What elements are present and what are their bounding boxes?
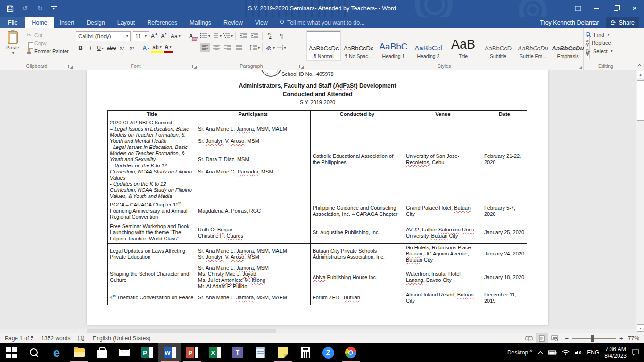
superscript-button[interactable]: x2 bbox=[127, 43, 136, 53]
table-cell[interactable]: Philippine Guidance and Counseling Assoc… bbox=[311, 200, 404, 222]
line-spacing-button[interactable]: ▾ bbox=[249, 43, 260, 52]
show-hide-marks-button[interactable]: ¶ bbox=[276, 31, 287, 41]
zoom-out-icon[interactable]: − bbox=[565, 335, 569, 342]
desktop-toolbar[interactable]: Desktop» bbox=[507, 349, 532, 356]
table-cell[interactable]: January 18, 2020 bbox=[482, 264, 527, 290]
style-emphasis[interactable]: AaBbCcDuEmphasis bbox=[551, 31, 585, 60]
minimize-button[interactable] bbox=[587, 0, 606, 17]
style-subtle-em-[interactable]: AaBbCcDuSubtle Em... bbox=[516, 31, 550, 60]
table-cell[interactable]: February 5-7, 2020 bbox=[482, 200, 527, 222]
taskbar-word-icon[interactable]: W bbox=[158, 343, 181, 362]
table-cell[interactable]: Abiva Publishing House Inc. bbox=[311, 264, 404, 290]
tab-view[interactable]: View bbox=[249, 17, 274, 28]
table-cell[interactable]: Free Seminar Workshop and Book Launching… bbox=[108, 222, 196, 244]
taskbar-store-icon[interactable] bbox=[91, 343, 113, 362]
scroll-down-icon[interactable]: ▼ bbox=[637, 324, 644, 332]
clear-formatting-button[interactable]: A bbox=[187, 32, 196, 41]
copy-button[interactable]: Copy bbox=[24, 40, 70, 47]
table-cell[interactable]: Go Hotels, Robinsons Place Butuan, JC Aq… bbox=[404, 244, 482, 264]
paragraph-dialog-launcher[interactable] bbox=[299, 65, 303, 68]
font-size-combo[interactable]: 11▾ bbox=[133, 31, 149, 41]
signed-in-user[interactable]: Troy Kenneth Delantar bbox=[540, 19, 599, 26]
hidden-icons-chevron-icon[interactable] bbox=[537, 351, 543, 354]
taskbar-powerpoint-icon[interactable]: P bbox=[181, 343, 204, 362]
battery-icon[interactable] bbox=[548, 350, 557, 355]
table-cell[interactable]: Sr. Ana Marie L. Jamora, MSMMs. Christy … bbox=[196, 264, 311, 290]
taskbar-start-icon[interactable] bbox=[0, 343, 23, 362]
select-button[interactable]: Select▾ bbox=[586, 48, 626, 54]
table-cell[interactable]: Magdalena A. Porras, RGC bbox=[196, 200, 311, 222]
read-mode-button[interactable] bbox=[523, 333, 536, 343]
style-subtitle[interactable]: AaBbCcDSubtitle bbox=[481, 31, 515, 60]
clipboard-dialog-launcher[interactable] bbox=[68, 65, 72, 68]
borders-button[interactable]: ▾ bbox=[276, 43, 287, 52]
tab-mailings[interactable]: Mailings bbox=[183, 17, 217, 28]
collapse-ribbon-icon[interactable] bbox=[637, 63, 641, 67]
table-cell[interactable]: St. Augustine Publishing, Inc. bbox=[311, 222, 404, 244]
shrink-font-button[interactable]: A bbox=[160, 32, 169, 41]
tab-insert[interactable]: Insert bbox=[54, 17, 81, 28]
table-cell[interactable]: January 24, 2020 bbox=[482, 244, 527, 264]
tab-design[interactable]: Design bbox=[81, 17, 111, 28]
taskbar-teams-icon[interactable]: T bbox=[226, 343, 249, 362]
underline-button[interactable]: U▾ bbox=[96, 43, 105, 53]
taskbar-explorer-icon[interactable] bbox=[68, 343, 91, 362]
close-button[interactable]: × bbox=[625, 0, 644, 17]
style--normal[interactable]: AaBbCcDc¶ Normal bbox=[307, 31, 340, 60]
table-cell[interactable]: University of San Jose-Recoletos, Cebu bbox=[404, 118, 482, 200]
web-layout-button[interactable] bbox=[548, 333, 561, 343]
zoom-percentage[interactable]: 77% bbox=[627, 335, 643, 342]
tab-home[interactable]: Home bbox=[25, 17, 53, 28]
sort-button[interactable]: A↓Z bbox=[265, 31, 275, 41]
table-cell[interactable]: Sr. Ana Marie L. Jamora, MSM, MAEM bbox=[196, 290, 311, 305]
font-color-button[interactable]: A▾ bbox=[164, 43, 173, 53]
table-cell[interactable]: February 21-22, 2020 bbox=[482, 118, 527, 200]
style-heading-2[interactable]: AaBbCclHeading 2 bbox=[412, 31, 445, 60]
taskbar-stickynotes-icon[interactable] bbox=[272, 343, 294, 362]
scroll-up-icon[interactable]: ▲ bbox=[637, 71, 644, 78]
volume-icon[interactable] bbox=[575, 350, 582, 355]
table-cell[interactable]: Almont Inland Resort, Butuan City bbox=[404, 290, 482, 305]
tab-references[interactable]: References bbox=[141, 17, 183, 28]
decrease-indent-button[interactable] bbox=[238, 31, 248, 41]
taskbar-chrome-icon[interactable] bbox=[339, 343, 362, 362]
grow-font-button[interactable]: A bbox=[150, 32, 159, 41]
style--no-spac-[interactable]: AaBbCcDc¶ No Spac... bbox=[342, 31, 375, 60]
taskbar-edge-icon[interactable]: e bbox=[45, 343, 68, 362]
table-cell[interactable]: Catholic Educational Association of the … bbox=[311, 118, 404, 200]
zoom-slider[interactable] bbox=[572, 338, 616, 339]
table-cell[interactable]: Ruth O. BuqueChristine H. Cuares bbox=[196, 222, 311, 244]
tab-file[interactable]: File bbox=[0, 17, 25, 28]
taskbar-excel-icon[interactable]: X bbox=[204, 343, 226, 362]
table-cell[interactable]: Sr. Ana Marie L. Jamora, MSM, MAEMSr. Jo… bbox=[196, 244, 311, 264]
table-cell[interactable]: Shaping the School Character and Culture bbox=[108, 264, 196, 290]
table-cell[interactable]: AVR2, Father Saturnino Urios University,… bbox=[404, 222, 482, 244]
bullets-button[interactable]: ▾ bbox=[200, 31, 210, 41]
table-cell[interactable]: 2020 CEAP-NBEC Summit– Legal Issues in E… bbox=[108, 118, 196, 200]
save-icon[interactable] bbox=[6, 4, 14, 13]
multilevel-list-button[interactable]: ▾ bbox=[223, 31, 233, 41]
zoom-in-icon[interactable]: + bbox=[619, 335, 623, 342]
word-count[interactable]: 1352 words bbox=[37, 335, 74, 342]
zoom-slider-thumb[interactable] bbox=[591, 335, 594, 342]
styles-dialog-launcher[interactable] bbox=[578, 65, 582, 68]
vertical-scrollbar[interactable]: ▲ ▼ bbox=[636, 70, 644, 333]
redo-icon[interactable]: ↻ bbox=[36, 4, 44, 13]
table-cell[interactable]: Forum ZFD - Butuan bbox=[311, 290, 404, 305]
taskbar-notepad-icon[interactable] bbox=[249, 343, 272, 362]
find-button[interactable]: Find▾ bbox=[586, 32, 626, 38]
bold-button[interactable]: B bbox=[76, 43, 85, 53]
horizontal-scrollbar[interactable] bbox=[0, 329, 636, 333]
document-page[interactable]: School ID No.: 405978 Administrators, Fa… bbox=[87, 70, 548, 325]
taskbar-search-icon[interactable] bbox=[23, 343, 45, 362]
taskbar-publisher-icon[interactable]: P bbox=[136, 343, 158, 362]
ribbon-display-options-icon[interactable] bbox=[569, 0, 587, 17]
action-center-icon[interactable] bbox=[632, 349, 639, 356]
table-cell[interactable]: December 11, 2019 bbox=[482, 290, 527, 305]
format-painter-button[interactable]: Format Painter bbox=[24, 48, 70, 55]
align-left-button[interactable] bbox=[200, 43, 210, 52]
tell-me-box[interactable]: Tell me what you want to do... bbox=[274, 17, 371, 28]
change-case-button[interactable]: Aa▾ bbox=[170, 32, 182, 41]
table-cell[interactable]: Legal Updates on Laws Affecting Private … bbox=[108, 244, 196, 264]
cut-button[interactable]: ✂Cut bbox=[24, 32, 70, 39]
